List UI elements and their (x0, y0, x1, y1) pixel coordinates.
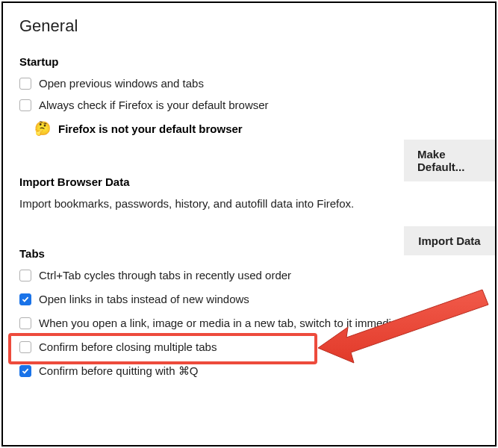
tabs-confirm-close-row[interactable]: Confirm before closing multiple tabs (19, 340, 495, 353)
label-openlinks: Open links in tabs instead of new window… (39, 293, 249, 305)
import-desc: Import bookmarks, passwords, history, an… (19, 197, 495, 210)
thinking-face-icon: 🤔 (34, 120, 51, 137)
checkbox-confirm-close[interactable] (19, 341, 31, 353)
not-default-text: Firefox is not your default browser (58, 122, 243, 135)
not-default-row: 🤔 Firefox is not your default browser (34, 120, 495, 137)
checkbox-always-check[interactable] (19, 99, 31, 111)
startup-open-previous-row[interactable]: Open previous windows and tabs (19, 77, 495, 90)
make-default-button[interactable]: Make Default... (404, 140, 495, 181)
checkbox-open-previous[interactable] (19, 78, 31, 90)
label-always-check: Always check if Firefox is your default … (39, 99, 269, 111)
label-confirm-close: Confirm before closing multiple tabs (39, 340, 217, 353)
tabs-openlinks-row[interactable]: Open links in tabs instead of new window… (19, 293, 495, 305)
tabs-confirm-quit-row[interactable]: Confirm before quitting with ⌘Q (19, 364, 495, 378)
tabs-ctrltab-row[interactable]: Ctrl+Tab cycles through tabs in recently… (19, 269, 495, 281)
checkbox-ctrltab[interactable] (19, 270, 31, 281)
startup-header: Startup (19, 55, 495, 68)
check-icon (22, 368, 29, 374)
section-startup: Startup Open previous windows and tabs A… (19, 55, 495, 137)
label-open-previous: Open previous windows and tabs (39, 77, 204, 90)
import-data-button[interactable]: Import Data (404, 226, 495, 255)
checkbox-openlinks[interactable] (19, 293, 31, 305)
tabs-switch-row[interactable]: When you open a link, image or media in … (19, 317, 495, 329)
label-ctrltab: Ctrl+Tab cycles through tabs in recently… (39, 269, 291, 281)
startup-always-check-row[interactable]: Always check if Firefox is your default … (19, 99, 495, 111)
label-confirm-quit: Confirm before quitting with ⌘Q (39, 364, 198, 378)
label-switch: When you open a link, image or media in … (39, 317, 415, 329)
section-tabs: Tabs Ctrl+Tab cycles through tabs in rec… (19, 247, 495, 378)
general-settings-panel: General Startup Open previous windows an… (1, 1, 497, 447)
check-icon (22, 296, 29, 302)
checkbox-switch[interactable] (19, 317, 31, 329)
page-title: General (19, 16, 495, 36)
checkbox-confirm-quit[interactable] (19, 365, 31, 377)
